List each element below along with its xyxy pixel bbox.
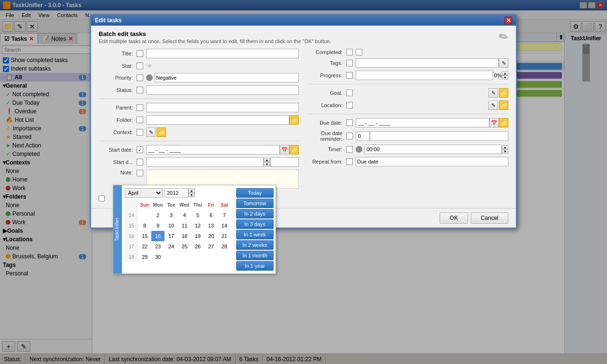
start-d-spin-down[interactable]: ▼ [264,162,270,166]
start-d-checkbox[interactable] [137,159,143,165]
completed-checkbox-1[interactable] [346,49,353,55]
quick-in1week[interactable]: In 1 week [236,230,274,239]
progress-spin-up[interactable]: ▲ [502,71,508,75]
timer-input[interactable] [364,145,502,154]
star-icon[interactable]: ★ [146,61,153,70]
cal-day-22[interactable]: 22 [138,241,151,252]
cal-day-25[interactable]: 25 [178,241,191,252]
ok-button[interactable]: OK [440,212,468,224]
quick-today[interactable]: Today [236,188,274,198]
cal-day-5[interactable]: 5 [191,210,204,220]
timer-spin-up[interactable]: ▲ [502,145,508,149]
quick-in2weeks[interactable]: In 2 weeks [236,240,274,250]
cal-day-24[interactable]: 24 [165,241,178,252]
cal-day-17[interactable]: 17 [165,231,178,241]
cal-day-20[interactable]: 20 [204,231,218,241]
month-select[interactable]: JanuaryFebruaryMarch AprilMayJune JulyAu… [125,188,163,198]
folder-browse-button[interactable]: 📁 [289,115,299,125]
location-edit-button[interactable]: ✎ [488,100,498,110]
quick-in2days[interactable]: In 2 days [236,209,274,218]
modal-close-button[interactable]: ✕ [505,17,512,24]
priority-checkbox[interactable] [137,74,143,81]
status-checkbox[interactable] [137,87,143,93]
quick-tomorrow[interactable]: Tomorrow [236,199,274,208]
title-input[interactable] [146,49,299,58]
cal-day-3[interactable]: 3 [165,210,178,220]
due-date-reminder-checkbox[interactable] [346,133,353,139]
cal-day-12[interactable]: 12 [191,220,204,231]
cal-day-15[interactable]: 15 [138,231,151,241]
cal-day-19[interactable]: 19 [191,231,204,241]
star-checkbox[interactable] [137,63,143,69]
cal-day-18[interactable]: 18 [178,231,191,241]
start-d-spin-up[interactable]: ▲ [264,158,270,162]
context-checkbox[interactable] [137,129,143,136]
quick-in1month[interactable]: In 1 month [236,251,274,260]
due-date-reminder-input[interactable] [356,131,370,141]
cal-day-2[interactable]: 2 [151,210,165,220]
due-date-cal-button[interactable]: 📅 [489,118,499,127]
cal-day-30[interactable]: 30 [151,252,165,262]
context-folder-button[interactable]: 📁 [156,127,166,137]
start-d-unit-select[interactable] [270,157,299,167]
cal-day-28[interactable]: 28 [218,241,231,252]
cal-day-9[interactable]: 9 [151,220,165,231]
repeat-from-select[interactable]: Due date Start date [356,157,508,166]
start-date-checkbox[interactable] [137,146,143,153]
start-date-folder-button[interactable]: 📁 [289,145,299,155]
start-d-select[interactable] [146,157,264,167]
location-folder-button[interactable]: 📁 [499,100,508,110]
tags-input[interactable] [356,58,499,68]
due-date-reminder-select[interactable] [370,131,508,141]
cal-day-27[interactable]: 27 [204,241,218,252]
cal-day-6[interactable]: 6 [204,210,218,220]
context-edit-button[interactable]: ✎ [146,127,156,137]
folder-checkbox[interactable] [137,117,143,123]
priority-select[interactable]: Negative Low Medium High [155,73,299,82]
cal-day-8[interactable]: 8 [138,220,151,231]
folder-select[interactable] [146,115,289,125]
cal-day-13[interactable]: 13 [204,220,218,231]
due-date-input[interactable] [356,118,489,127]
start-date-cal-button[interactable]: 📅 [280,145,289,155]
progress-checkbox[interactable] [346,72,353,79]
completed-checkbox-2[interactable] [356,49,362,55]
goal-folder-button[interactable]: 📁 [499,88,508,98]
due-date-folder-button[interactable]: 📁 [499,118,508,127]
cal-day-21[interactable]: 21 [218,231,231,241]
year-input[interactable] [165,188,188,198]
goal-checkbox[interactable] [346,90,353,96]
cal-day-7[interactable]: 7 [218,210,231,220]
parent-checkbox[interactable] [137,104,143,111]
tags-checkbox[interactable] [346,60,353,66]
start-date-input[interactable] [146,145,280,155]
note-checkbox[interactable] [137,170,143,176]
cal-row-week15: 16 15 16 17 18 19 20 21 [125,231,231,241]
quick-in1year[interactable]: In 1 year [236,261,274,271]
location-checkbox[interactable] [346,102,353,109]
cal-day-11[interactable]: 11 [178,220,191,231]
cal-day-29[interactable]: 29 [138,252,151,262]
cal-day-26[interactable]: 26 [191,241,204,252]
cal-day-14[interactable]: 14 [218,220,231,231]
timer-spin-down[interactable]: ▼ [502,149,508,154]
repeat-from-checkbox[interactable] [346,158,353,165]
title-checkbox[interactable] [137,50,143,57]
cal-day-10[interactable]: 10 [165,220,178,231]
status-select[interactable]: Active Planning Delegated Waiting [146,85,299,95]
timer-checkbox[interactable] [346,146,353,153]
progress-spin-down[interactable]: ▼ [502,75,508,80]
goal-edit-button[interactable]: ✎ [488,88,498,98]
cal-day-16[interactable]: 16 [151,231,165,241]
year-spin-up[interactable]: ▲ [188,189,195,193]
cancel-button[interactable]: Cancel [471,212,508,224]
bottom-checkbox[interactable] [99,195,105,201]
cal-day-4[interactable]: 4 [178,210,191,220]
parent-select[interactable] [146,103,299,112]
cal-day-23[interactable]: 23 [151,241,165,252]
quick-in3days[interactable]: In 3 days [236,219,274,229]
due-date-checkbox[interactable] [346,119,353,126]
year-spin-down[interactable]: ▼ [188,193,195,197]
progress-input[interactable] [356,71,493,80]
tags-edit-button[interactable]: ✎ [499,58,508,68]
